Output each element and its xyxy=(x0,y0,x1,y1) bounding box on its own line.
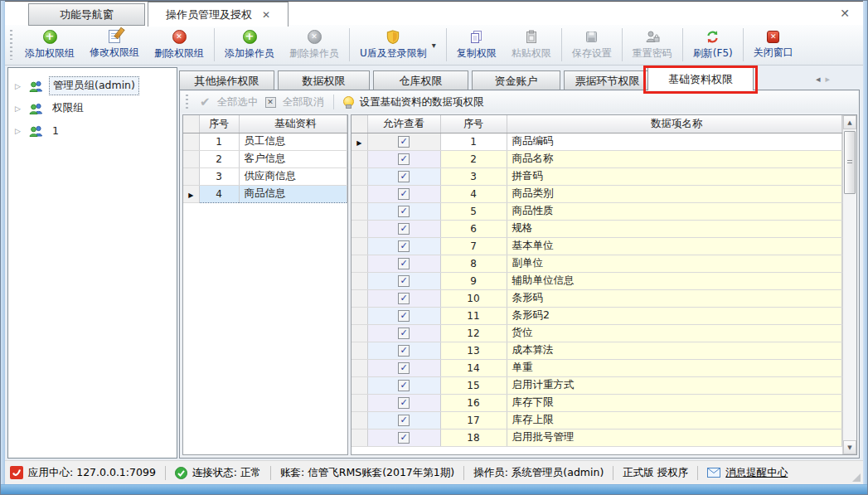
tree-item-1[interactable]: ▷ 1 xyxy=(8,119,177,142)
tab-data-permission[interactable]: 数据权限 xyxy=(278,70,370,90)
toolbar-separator xyxy=(743,28,744,61)
ushield-login-limit-button[interactable]: U盾及登录限制 xyxy=(352,27,444,63)
toolbar-separator xyxy=(622,28,623,61)
tab-warehouse-permission[interactable]: 仓库权限 xyxy=(373,70,468,90)
deselect-all-button[interactable]: 全部取消 xyxy=(283,95,324,109)
table-row[interactable]: ▶ ✓ 18 启用批号管理 xyxy=(352,429,842,446)
tab-label: 其他操作权限 xyxy=(195,74,259,89)
table-row[interactable]: ▶ ✓ 14 单重 xyxy=(352,359,842,376)
tab-operator-management[interactable]: 操作员管理及授权 ✕ xyxy=(148,2,289,27)
table-row[interactable]: ▶ ✓ 4 商品类别 xyxy=(352,185,842,202)
delete-operator-button[interactable]: 删除操作员 xyxy=(282,27,347,63)
scrollbar-thumb[interactable] xyxy=(844,131,856,194)
expander-icon[interactable]: ▷ xyxy=(15,82,23,90)
allow-view-cell: ✓ xyxy=(367,411,440,429)
toolbar-separator xyxy=(349,28,350,61)
tab-function-nav[interactable]: 功能导航窗 xyxy=(28,3,145,26)
add-permission-group-button[interactable]: 添加权限组 xyxy=(17,27,82,63)
reset-password-button[interactable]: 重置密码 xyxy=(625,27,680,63)
table-row[interactable]: ▶ 3 供应商信息 xyxy=(183,167,347,185)
allow-view-checkbox[interactable]: ✓ xyxy=(398,136,410,148)
table-row[interactable]: ▶ ✓ 12 货位 xyxy=(352,324,842,342)
save-settings-button[interactable]: 保存设置 xyxy=(565,27,619,63)
edit-icon xyxy=(109,30,120,43)
allow-view-checkbox[interactable]: ✓ xyxy=(398,432,410,444)
table-row[interactable]: ▶ ✓ 15 启用计重方式 xyxy=(352,376,842,394)
expander-icon[interactable]: ▷ xyxy=(15,104,23,113)
allow-view-checkbox[interactable]: ✓ xyxy=(398,206,410,217)
column-header-data-item-name[interactable]: 数据项名称 xyxy=(507,115,842,133)
column-header-no[interactable]: 序号 xyxy=(440,115,507,133)
allow-view-checkbox[interactable]: ✓ xyxy=(398,153,410,165)
table-row[interactable]: ▶ ✓ 8 副单位 xyxy=(352,255,842,272)
table-row[interactable]: ▶ ✓ 5 商品性质 xyxy=(352,202,842,220)
table-row[interactable]: ▶ ✓ 16 库存下限 xyxy=(352,394,842,411)
tab-label: 资金账户 xyxy=(495,74,538,89)
permission-panel: 其他操作权限 数据权限 仓库权限 资金账户 票据环节权限 基础资料权限 ◂▸ 全… xyxy=(179,67,860,459)
table-row[interactable]: ▶ ✓ 10 条形码 xyxy=(352,289,842,307)
row-name: 基本单位 xyxy=(507,237,842,255)
delete-permission-group-button[interactable]: 删除权限组 xyxy=(147,27,211,63)
table-row[interactable]: ▶ ✓ 2 商品名称 xyxy=(352,150,842,167)
scroll-down-button[interactable]: ▼ xyxy=(843,440,856,454)
allow-view-checkbox[interactable]: ✓ xyxy=(398,258,410,269)
allow-view-checkbox[interactable]: ✓ xyxy=(398,223,410,235)
row-indicator-cell: ▶ xyxy=(352,237,367,255)
tree-item-admin-group[interactable]: ▷ 管理员组(admin) xyxy=(8,75,177,97)
column-header-basic-data[interactable]: 基础资料 xyxy=(239,115,347,133)
tab-other-operation-permission[interactable]: 其他操作权限 xyxy=(179,70,274,90)
table-row[interactable]: ▶ ✓ 9 辅助单位信息 xyxy=(352,272,842,289)
message-center-link[interactable]: 消息提醒中心 xyxy=(707,466,788,480)
resize-grip[interactable] xyxy=(852,473,861,482)
chevron-down-icon[interactable] xyxy=(432,39,436,51)
column-header-allow-view[interactable]: 允许查看 xyxy=(367,115,440,133)
allow-view-checkbox[interactable]: ✓ xyxy=(398,275,410,287)
paste-permission-button[interactable]: 粘贴权限 xyxy=(504,27,559,63)
table-row[interactable]: ▶ ✓ 13 成本算法 xyxy=(352,342,842,359)
tab-bill-stage-permission[interactable]: 票据环节权限 xyxy=(564,70,651,90)
allow-view-checkbox[interactable]: ✓ xyxy=(398,380,410,391)
close-window-button[interactable]: 关闭窗口 xyxy=(746,28,801,62)
table-row[interactable]: ▶ ✓ 7 基本单位 xyxy=(352,237,842,255)
scroll-right-icon[interactable]: ▸ xyxy=(825,74,835,85)
refresh-button[interactable]: 刷新(F5) xyxy=(686,27,740,63)
allow-view-checkbox[interactable]: ✓ xyxy=(398,415,410,426)
table-row[interactable]: ▶ ✓ 17 库存上限 xyxy=(352,411,842,429)
expander-icon[interactable]: ▷ xyxy=(15,127,23,135)
allow-view-checkbox[interactable]: ✓ xyxy=(398,310,410,322)
allow-view-checkbox[interactable]: ✓ xyxy=(398,345,410,357)
scroll-up-button[interactable]: ▲ xyxy=(843,115,856,129)
table-row[interactable]: ▶ 2 客户信息 xyxy=(183,150,347,167)
allow-view-checkbox[interactable]: ✓ xyxy=(398,362,410,374)
vertical-scrollbar[interactable]: ▲ ▼ xyxy=(842,115,856,454)
window-close-icon[interactable]: ✕ xyxy=(840,7,850,19)
edit-permission-group-button[interactable]: 修改权限组 xyxy=(82,27,147,62)
tab-basic-data-permission[interactable]: 基础资料权限 xyxy=(647,67,754,90)
table-row[interactable]: ▶ ✓ 1 商品编码 xyxy=(352,133,842,150)
tree-item-permission-group[interactable]: ▷ 权限组 xyxy=(8,97,177,119)
allow-view-checkbox[interactable]: ✓ xyxy=(398,188,410,200)
allow-view-checkbox[interactable]: ✓ xyxy=(398,397,410,409)
status-separator xyxy=(697,466,698,480)
app-center-icon xyxy=(10,466,23,479)
table-row[interactable]: ▶ ✓ 3 拼音码 xyxy=(352,167,842,185)
table-row[interactable]: ▶ 1 员工信息 xyxy=(183,133,347,150)
allow-view-checkbox[interactable]: ✓ xyxy=(398,240,410,252)
allow-view-checkbox[interactable]: ✓ xyxy=(398,171,410,182)
scroll-left-icon[interactable]: ◂ xyxy=(816,74,826,85)
add-operator-button[interactable]: 添加操作员 xyxy=(217,27,282,63)
allow-view-checkbox[interactable]: ✓ xyxy=(398,293,410,304)
select-all-button[interactable]: 全部选中 xyxy=(217,95,259,109)
data-item-table: 允许查看 序号 数据项名称 ▶ ✓ 1 xyxy=(351,114,857,455)
tab-scroll-arrows[interactable]: ◂▸ xyxy=(816,74,835,85)
copy-permission-button[interactable]: 复制权限 xyxy=(449,27,504,63)
table-row[interactable]: ▶ ✓ 6 规格 xyxy=(352,220,842,237)
paste-icon xyxy=(524,30,538,44)
column-header-no[interactable]: 序号 xyxy=(199,115,239,133)
allow-view-checkbox[interactable]: ✓ xyxy=(398,328,410,339)
table-row[interactable]: ▶ 4 商品信息 xyxy=(183,185,347,202)
tab-fund-account[interactable]: 资金账户 xyxy=(472,70,560,90)
table-row[interactable]: ▶ ✓ 11 条形码2 xyxy=(352,307,842,324)
tab-close-icon[interactable]: ✕ xyxy=(262,9,270,21)
toolbar-separator xyxy=(682,28,683,61)
